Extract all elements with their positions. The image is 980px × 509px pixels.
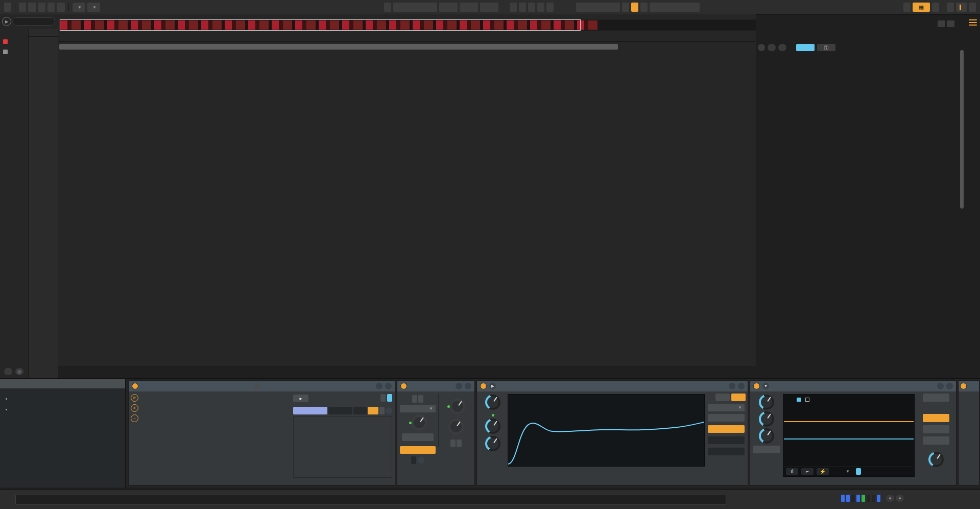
tempo-field[interactable]	[28, 3, 36, 12]
width-knob[interactable]	[412, 415, 427, 430]
hot-swap-icon[interactable]	[376, 383, 383, 389]
browser-collapse-icon[interactable]: ▶	[2, 17, 11, 26]
bass-mono-button[interactable]	[400, 446, 436, 454]
hot-swap-icon[interactable]	[456, 383, 462, 389]
track-panel-scrollbar[interactable]	[960, 50, 964, 209]
analyzer-icon[interactable]	[731, 394, 746, 401]
overdub-icon[interactable]	[519, 3, 526, 12]
play-button[interactable]	[439, 3, 458, 12]
zoom-height-button[interactable]	[938, 20, 945, 27]
release-knob[interactable]	[759, 428, 774, 444]
save-preset-icon[interactable]	[738, 383, 745, 389]
chain-solo-button[interactable]	[379, 407, 385, 414]
phase-right-button[interactable]	[418, 395, 423, 403]
threshold-line[interactable]	[784, 421, 914, 422]
makeup-button[interactable]	[923, 394, 949, 402]
bass-mono-freq[interactable]	[411, 456, 416, 464]
hide-chain-button[interactable]	[387, 394, 392, 402]
balance-knob[interactable]	[448, 419, 464, 434]
sidechain-icon[interactable]: ⚡	[817, 468, 829, 475]
loop-start-field[interactable]	[576, 3, 620, 12]
output-gain-value[interactable]	[708, 448, 745, 455]
device-title-bar[interactable]	[129, 381, 395, 391]
mode-selector[interactable]: ▼	[708, 404, 745, 411]
follow-button[interactable]	[384, 3, 391, 12]
gr-toggle[interactable]	[797, 398, 802, 402]
output-gain-knob[interactable]	[450, 399, 465, 414]
scale-value[interactable]	[708, 436, 745, 444]
set-locator-button[interactable]	[758, 44, 765, 51]
groove-amount-selector[interactable]: ▼	[73, 3, 85, 12]
computer-midi-keyboard-icon[interactable]: ▦	[913, 3, 930, 12]
drywet-knob[interactable]	[928, 452, 944, 467]
next-locator-icon[interactable]	[778, 44, 786, 51]
mono-button[interactable]	[402, 433, 434, 441]
hot-swap-icon[interactable]	[729, 383, 735, 389]
midi-map-button[interactable]	[947, 3, 954, 12]
q-knob[interactable]	[485, 436, 500, 451]
target-icon[interactable]: ◎	[15, 368, 23, 375]
chain-hot-swap-icon[interactable]	[386, 407, 392, 414]
search-input[interactable]	[12, 17, 55, 26]
browser-name-header[interactable]	[29, 29, 58, 37]
punch-out-icon[interactable]	[640, 3, 648, 12]
audition-headphone-icon[interactable]	[715, 394, 730, 401]
chain-tab[interactable]	[380, 394, 386, 402]
new-button[interactable]	[510, 3, 517, 12]
device-fold-icon[interactable]: ▼	[762, 383, 769, 389]
device-fold-icon[interactable]: ▶	[489, 383, 496, 389]
save-preset-icon[interactable]	[385, 383, 392, 389]
freq-knob[interactable]	[485, 395, 500, 410]
device-on-led[interactable]	[132, 383, 138, 389]
phase-left-button[interactable]	[412, 395, 417, 403]
gain-knob[interactable]	[485, 419, 500, 434]
zoom-width-button[interactable]	[947, 20, 954, 27]
drop-audio-effects-zone[interactable]	[293, 417, 392, 478]
arrangement-position-field[interactable]	[393, 3, 437, 12]
chain-list-icon[interactable]: −	[131, 414, 138, 422]
peak-button[interactable]	[923, 414, 949, 422]
device-on-led[interactable]	[400, 383, 407, 389]
loop-button[interactable]	[631, 3, 638, 12]
macro-controls-icon[interactable]: ≡	[131, 404, 138, 412]
compressor-display[interactable]: ıl ⌐ ⚡ ▼	[783, 394, 915, 477]
rms-button[interactable]	[923, 425, 949, 433]
metronome-pattern-icon[interactable]	[47, 3, 55, 12]
hamburger-menu-icon[interactable]	[969, 19, 977, 26]
save-preset-icon[interactable]	[946, 383, 953, 389]
record-button[interactable]	[480, 3, 498, 12]
loop-brace-icon[interactable]	[537, 3, 544, 12]
eq-curve-display[interactable]	[508, 394, 705, 467]
stop-button[interactable]	[460, 3, 478, 12]
chain-pan[interactable]	[353, 407, 367, 414]
stereo-mode-selector[interactable]: ▼	[400, 405, 436, 412]
collection-gray[interactable]	[3, 49, 8, 55]
quantize-selector[interactable]: ▼	[87, 3, 100, 12]
refresh-icon[interactable]	[4, 368, 12, 375]
headphone-icon[interactable]	[418, 457, 424, 464]
time-ruler[interactable]	[58, 358, 756, 366]
macro-variations-icon[interactable]: ⟳	[131, 394, 138, 402]
device-on-led[interactable]	[480, 383, 487, 389]
chain-speaker-icon[interactable]	[368, 407, 378, 414]
mute-button[interactable]	[450, 439, 456, 447]
device-on-led[interactable]	[960, 383, 967, 389]
chain-name[interactable]	[293, 407, 327, 414]
punch-in-icon[interactable]	[622, 3, 629, 12]
lock-envelopes-icon[interactable]: ⚿	[817, 44, 835, 51]
key-map-button[interactable]	[932, 3, 939, 12]
dc-button[interactable]	[457, 439, 462, 447]
activity-view-icon[interactable]: ıl	[786, 468, 798, 475]
expand-button[interactable]	[923, 436, 949, 445]
metronome-icon[interactable]	[38, 3, 45, 12]
time-signature-field[interactable]	[57, 3, 65, 12]
collection-red[interactable]	[3, 39, 8, 45]
ratio-knob[interactable]	[759, 395, 774, 410]
hot-swap-icon[interactable]	[937, 383, 944, 389]
link-button[interactable]	[4, 3, 11, 12]
tap-tempo-button[interactable]	[19, 3, 26, 12]
show-devices-icon[interactable]: ▸	[293, 395, 308, 402]
attack-knob[interactable]	[759, 411, 774, 427]
device-on-led[interactable]	[753, 383, 760, 389]
draw-mode-icon[interactable]	[903, 3, 911, 12]
